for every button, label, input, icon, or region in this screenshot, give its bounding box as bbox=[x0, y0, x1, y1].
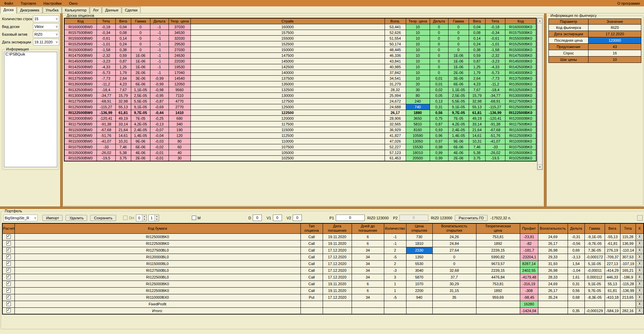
options-cell[interactable]: -33 bbox=[485, 144, 505, 150]
options-cell[interactable]: 4,23 bbox=[469, 81, 485, 87]
portfolio-cell[interactable]: 2239,15 bbox=[476, 247, 520, 254]
menu-item[interactable]: Торговля bbox=[18, 1, 41, 6]
portfolio-cell[interactable] bbox=[384, 301, 406, 307]
options-cell[interactable]: 3,75 bbox=[115, 155, 131, 161]
portfolio-cell[interactable]: -110,14 bbox=[620, 247, 636, 254]
options-cell[interactable]: -18,4 bbox=[485, 87, 505, 92]
options-cell[interactable]: 160000 bbox=[190, 24, 385, 30]
portfolio-cell[interactable]: 34 bbox=[352, 260, 384, 267]
portfolio-cell[interactable]: 0,000112 bbox=[584, 274, 605, 281]
options-cell[interactable]: RI117500BK0 bbox=[505, 121, 536, 127]
portfolio-cell[interactable]: -8,3E-05 bbox=[584, 294, 605, 301]
options-cell[interactable]: 41,827 bbox=[385, 133, 406, 138]
options-cell[interactable]: RI120000BK0 bbox=[505, 115, 536, 121]
options-cell[interactable]: 10 bbox=[406, 35, 430, 41]
options-cell[interactable]: 55,13 bbox=[469, 104, 485, 110]
portfolio-cell[interactable]: RI120000BL0 bbox=[14, 254, 300, 260]
checkbox-checked-icon[interactable] bbox=[6, 241, 11, 246]
options-cell[interactable]: 34,541 bbox=[385, 75, 406, 81]
options-cell[interactable]: -34,77 bbox=[97, 92, 115, 98]
portfolio-cell[interactable]: 753,81 bbox=[476, 281, 520, 287]
options-cell[interactable]: 22030 bbox=[169, 58, 190, 64]
options-cell[interactable]: 50,174 bbox=[385, 41, 406, 47]
checkbox-checked-icon[interactable] bbox=[6, 275, 11, 279]
options-cell[interactable]: RI107500BW0 bbox=[64, 144, 97, 150]
options-cell[interactable]: RI110000BW0 bbox=[64, 138, 97, 144]
options-cell[interactable]: 3E-06 bbox=[131, 75, 150, 81]
portfolio-cell[interactable]: -82 bbox=[520, 240, 538, 247]
portfolio-cell[interactable]: -1 bbox=[384, 240, 406, 247]
portfolio-cell[interactable] bbox=[620, 301, 636, 307]
options-cell[interactable]: 10 bbox=[406, 52, 430, 58]
options-cell[interactable]: 0,59 bbox=[469, 52, 485, 58]
options-cell[interactable]: 14540 bbox=[169, 75, 190, 81]
delete-button[interactable]: Удалить bbox=[66, 215, 87, 221]
portfolio-cell[interactable]: 0,68 bbox=[568, 294, 584, 301]
options-cell[interactable]: -3,23 bbox=[97, 58, 115, 64]
futures-value-cell[interactable]: 123000 bbox=[588, 37, 641, 44]
portfolio-cell[interactable] bbox=[538, 307, 568, 314]
options-cell[interactable]: 107500 bbox=[190, 144, 385, 150]
options-cell[interactable]: 0 bbox=[430, 30, 448, 35]
portfolio-cell[interactable]: 165,21 bbox=[620, 267, 636, 274]
portfolio-cell[interactable]: -9,1E-05 bbox=[584, 233, 605, 240]
options-cell[interactable]: 105000 bbox=[190, 150, 385, 155]
options-cell[interactable]: 5,5E-05 bbox=[131, 98, 150, 104]
options-cell[interactable]: 60 bbox=[169, 144, 190, 150]
portfolio-cell[interactable]: 24,26 bbox=[432, 233, 476, 240]
portfolio-cell[interactable]: 1350 bbox=[406, 254, 432, 260]
portfolio-cell[interactable]: Call bbox=[300, 281, 323, 287]
options-cell[interactable]: 32,565 bbox=[385, 121, 406, 127]
options-cell[interactable]: -26,02 bbox=[485, 150, 505, 155]
portfolio-cell[interactable] bbox=[406, 301, 432, 307]
spin-up-icon[interactable] bbox=[155, 215, 159, 218]
options-cell[interactable]: -0,04 bbox=[150, 133, 169, 138]
options-cell[interactable]: 29530 bbox=[169, 41, 190, 47]
options-cell[interactable]: 0,56 bbox=[430, 110, 448, 115]
portfolio-cell[interactable]: 26,98 bbox=[538, 267, 568, 274]
options-cell[interactable]: 46,336 bbox=[385, 52, 406, 58]
options-cell[interactable]: 10 bbox=[406, 70, 430, 75]
options-cell[interactable]: RI150000BW0 bbox=[64, 47, 97, 52]
options-cell[interactable]: 2,64 bbox=[469, 75, 485, 81]
options-cell[interactable]: 1E-06 bbox=[131, 64, 150, 70]
checkbox-checked-icon[interactable] bbox=[6, 288, 11, 293]
options-cell[interactable]: 24530 bbox=[169, 52, 190, 58]
options-cell[interactable]: 2770 bbox=[169, 104, 190, 110]
portfolio-cell[interactable]: 17.12.2020 bbox=[323, 260, 352, 267]
options-cell[interactable]: 1,1E-05 bbox=[448, 87, 469, 92]
options-cell[interactable]: 1E-06 bbox=[448, 64, 469, 70]
portfolio-cell[interactable] bbox=[352, 301, 384, 307]
options-cell[interactable]: -0,61 bbox=[97, 35, 115, 41]
options-cell[interactable]: -0,34 bbox=[97, 30, 115, 35]
portfolio-cell[interactable] bbox=[432, 301, 476, 307]
board-type-dropdown[interactable]: Viktor bbox=[33, 23, 59, 30]
options-cell[interactable]: 12050 bbox=[169, 81, 190, 87]
options-cell[interactable]: 49,19 bbox=[115, 115, 131, 121]
options-cell[interactable]: 24,672 bbox=[385, 98, 406, 104]
options-cell[interactable]: 0,38 bbox=[115, 47, 131, 52]
options-cell[interactable]: -1,58 bbox=[485, 47, 505, 52]
checkbox-checked-icon[interactable] bbox=[6, 268, 11, 272]
options-cell[interactable]: RI115000BK0 bbox=[505, 127, 536, 133]
options-cell[interactable]: -1 bbox=[150, 52, 169, 58]
portfolio-cell[interactable]: Call bbox=[300, 287, 323, 294]
options-cell[interactable]: -67,68 bbox=[97, 127, 115, 133]
options-cell[interactable]: RI122500BW0 bbox=[64, 110, 97, 115]
portfolio-cell[interactable]: 1 bbox=[384, 287, 406, 294]
options-cell[interactable]: 0,13 bbox=[430, 98, 448, 104]
options-cell[interactable]: 0 bbox=[448, 41, 469, 47]
portfolio-cell[interactable] bbox=[323, 307, 352, 314]
portfolio-cell[interactable] bbox=[568, 301, 584, 307]
portfolio-cell[interactable]: 1 bbox=[384, 281, 406, 287]
horizontal-splitter[interactable] bbox=[0, 207, 644, 209]
portfolio-cell[interactable] bbox=[300, 301, 323, 307]
options-cell[interactable]: 30 bbox=[169, 155, 190, 161]
options-cell[interactable]: 115000 bbox=[190, 127, 385, 133]
options-cell[interactable]: RI125000BW0 bbox=[64, 104, 97, 110]
options-cell[interactable]: -1 bbox=[150, 70, 169, 75]
options-cell[interactable]: 2,5E-05 bbox=[448, 92, 469, 98]
options-cell[interactable]: 145000 bbox=[190, 58, 385, 64]
portfolio-cell[interactable]: 32,68 bbox=[432, 267, 476, 274]
options-cell[interactable]: RI130000BW0 bbox=[64, 92, 97, 98]
